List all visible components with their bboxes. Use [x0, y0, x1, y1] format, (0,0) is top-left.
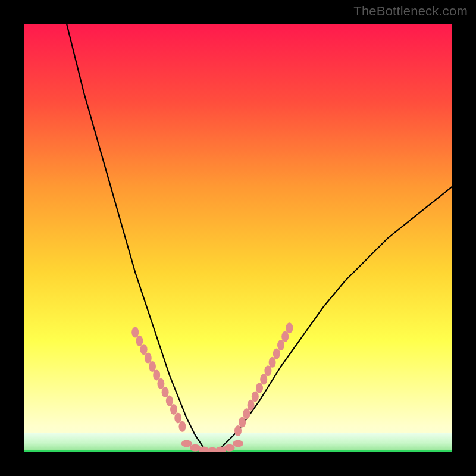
highlight-dot: [166, 396, 173, 406]
highlight-dot: [136, 336, 143, 346]
watermark-text: TheBottleneck.com: [353, 4, 468, 19]
highlight-dot: [162, 387, 169, 397]
highlight-dot: [273, 348, 280, 359]
highlight-dot: [239, 417, 246, 428]
highlight-dot: [243, 408, 250, 419]
highlight-dot: [260, 374, 267, 385]
highlight-dot: [234, 425, 242, 436]
highlight-dot: [277, 340, 284, 350]
highlight-dot: [256, 383, 263, 393]
chart-svg: [24, 24, 452, 452]
plot-area: [24, 24, 452, 452]
highlight-dot: [252, 391, 259, 402]
highlight-dot: [286, 322, 293, 333]
green-baseline: [24, 450, 452, 452]
highlight-dot: [269, 357, 276, 368]
highlight-dot: [131, 327, 139, 337]
highlight-dot: [233, 440, 243, 447]
highlight-dot: [149, 361, 156, 372]
highlight-dot: [170, 404, 177, 415]
highlight-dot: [178, 421, 186, 432]
highlight-dot: [181, 440, 192, 447]
highlight-dot: [224, 444, 235, 452]
highlight-dot: [153, 369, 160, 380]
highlight-dot: [281, 331, 289, 342]
highlight-dot: [140, 344, 148, 355]
highlight-dot: [264, 365, 271, 376]
highlight-dot: [145, 353, 152, 364]
highlight-dot: [157, 378, 164, 389]
highlight-dot: [248, 400, 255, 411]
highlight-dot: [174, 412, 181, 423]
chart-frame: TheBottleneck.com: [0, 0, 476, 476]
